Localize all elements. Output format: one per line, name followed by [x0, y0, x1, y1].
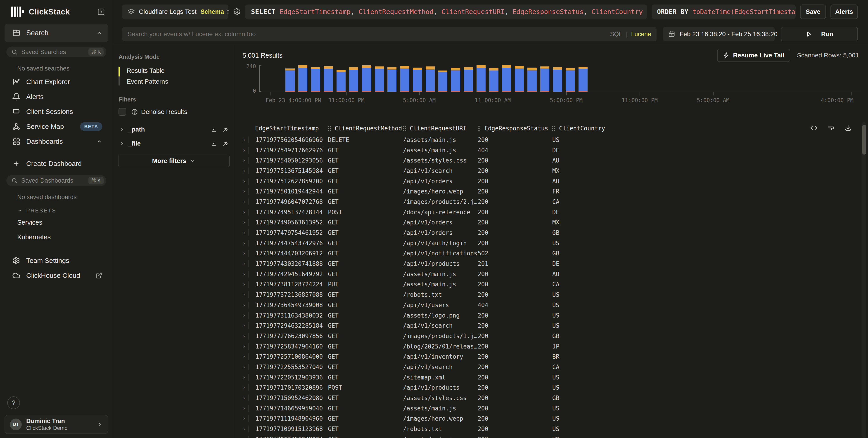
table-row[interactable]: ›1771977109915123968GET/robots.txt200US — [243, 424, 868, 434]
column-grip-icon[interactable] — [403, 126, 406, 131]
sidebar-item-clickhouse-cloud[interactable]: ClickHouse Cloud — [4, 269, 108, 282]
date-range-picker[interactable]: Feb 23 16:38:20 - Feb 25 16:38:20 — [663, 27, 775, 41]
sidebar-item-search[interactable]: Search — [4, 24, 108, 42]
sidebar-item-team-settings[interactable]: Team Settings — [4, 254, 108, 268]
table-row[interactable]: ›1771977479754461952GET/api/v1/orders200… — [243, 228, 868, 238]
table-row[interactable]: ›1771977429451649792GET/assets/main.js20… — [243, 269, 868, 279]
pin-icon[interactable] — [222, 126, 228, 133]
table-row[interactable]: ›1771977225553527040GET/api/v1/search200… — [243, 362, 868, 372]
sidebar-item-client-sessions[interactable]: Client Sessions — [4, 105, 108, 119]
more-filters-button[interactable]: More filters — [118, 155, 230, 167]
saved-dashboards-field[interactable] — [21, 177, 85, 184]
sidebar-item-chart-explorer[interactable]: Chart Explorer — [4, 75, 108, 89]
scrollbar-thumb[interactable] — [862, 125, 866, 155]
table-row[interactable]: ›1771977372136857088GET/robots.txt200US — [243, 290, 868, 300]
table-row[interactable]: ›1771977257100864000GET/api/v1/inventory… — [243, 351, 868, 362]
table-row[interactable]: ›1771977490563613952GET/api/v1/orders200… — [243, 217, 868, 228]
sidebar-collapse-icon[interactable] — [97, 8, 105, 15]
save-button[interactable]: Save — [800, 4, 826, 19]
column-header[interactable]: ClientRequestMethod — [328, 125, 403, 132]
pin-icon[interactable] — [222, 140, 228, 147]
sidebar-item-alerts[interactable]: Alerts — [4, 90, 108, 104]
table-row[interactable]: ›1771977562054696960DELETE/assets/main.j… — [243, 135, 868, 145]
table-row[interactable]: ›1771977111948904960GET/images/hero.webp… — [243, 413, 868, 424]
code-view-icon[interactable] — [810, 124, 817, 132]
cell-method: GET — [328, 260, 403, 267]
table-row[interactable]: ›1771977447543742976GET/api/v1/auth/logi… — [243, 238, 868, 248]
sidebar-item-service-map[interactable]: Service Map BETA — [4, 120, 108, 134]
table-row[interactable]: ›1771977146659959040GET/assets/main.js20… — [243, 403, 868, 413]
table-row[interactable]: ›1771977495137478144POST/docs/api-refere… — [243, 207, 868, 217]
column-grip-icon[interactable] — [552, 126, 555, 131]
histogram-bar — [579, 67, 588, 92]
table-row[interactable]: ›1771977540501293056GET/assets/styles.cs… — [243, 155, 868, 166]
table-row[interactable]: ›1771977220512903936GET/sitemap.xml200US — [243, 372, 868, 383]
table-row[interactable]: ›1771977170170320896POST/api/v1/products… — [243, 383, 868, 393]
table-row[interactable]: ›1771977513675145984GET/api/v1/search200… — [243, 166, 868, 176]
table-row[interactable]: ›1771977063496248064GET/assets/main.js20… — [243, 434, 868, 438]
presets-toggle[interactable]: PRESETS — [4, 203, 108, 215]
scrollbar-track[interactable] — [862, 122, 866, 438]
sql-mode-label[interactable]: SQL — [610, 31, 622, 38]
lucene-mode-label[interactable]: Lucene — [631, 31, 651, 38]
run-button[interactable]: Run — [781, 27, 858, 41]
table-row[interactable]: ›1771977294632285184GET/api/v1/search200… — [243, 321, 868, 331]
column-header[interactable]: ClientRequestURI — [403, 125, 478, 132]
table-row[interactable]: ›1771977501019442944GET/images/hero.webp… — [243, 186, 868, 197]
mode-event-patterns[interactable]: Event Patterns — [119, 76, 230, 87]
mode-results-table[interactable]: Results Table — [119, 65, 230, 76]
create-dashboard-button[interactable]: Create Dashboard — [4, 157, 108, 171]
beta-badge: BETA — [80, 122, 102, 131]
table-row[interactable]: ›1771977444703206912GET/api/v1/notificat… — [243, 248, 868, 259]
table-row[interactable]: ›1771977311634380032GET/assets/logo.png2… — [243, 310, 868, 321]
column-header[interactable]: EdgeResponseStatus — [478, 125, 552, 132]
table-row[interactable]: ›1771977549717662976GET/assets/main.js40… — [243, 145, 868, 156]
event-search-input[interactable]: SQL | Lucene — [122, 27, 656, 41]
column-grip-icon[interactable] — [328, 126, 331, 131]
cell-uri: /api/v1/products — [403, 384, 478, 391]
filter-field-file[interactable]: _file — [118, 136, 230, 150]
event-search-field[interactable] — [128, 31, 606, 38]
cell-method: GET — [328, 167, 403, 174]
table-row[interactable]: ›1771977430320741888GET/api/v1/products2… — [243, 259, 868, 269]
filter-field-path[interactable]: _path — [118, 123, 230, 136]
sidebar-item-dashboards[interactable]: Dashboards — [4, 134, 108, 148]
field-chart-icon[interactable] — [211, 140, 217, 147]
yellow-top-segment — [426, 66, 435, 69]
preset-item-kubernetes[interactable]: Kubernetes — [4, 230, 108, 244]
column-header[interactable]: EdgeStartTimestamp — [255, 125, 328, 132]
source-selector[interactable]: Cloudflare Logs Test Schema — [122, 4, 228, 19]
saved-searches-input[interactable]: ⌘ K — [6, 46, 106, 58]
column-grip-icon[interactable] — [478, 126, 480, 131]
field-chart-icon[interactable] — [211, 126, 217, 133]
user-menu[interactable]: DT Dominic Tran ClickStack Demo — [4, 415, 108, 434]
cell-uri: /assets/logo.png — [403, 312, 478, 319]
preset-item-services[interactable]: Services — [4, 215, 108, 230]
table-row[interactable]: ›1771977512627859200GET/api/v1/orders200… — [243, 176, 868, 187]
denoise-checkbox[interactable] — [119, 108, 126, 116]
schema-select[interactable]: Schema — [200, 8, 230, 15]
alerts-button[interactable]: Alerts — [831, 4, 858, 19]
saved-searches-field[interactable] — [21, 48, 85, 56]
sidebar: ClickStack Search ⌘ K No saved searches — [0, 0, 113, 438]
wrap-lines-icon[interactable] — [827, 124, 835, 132]
help-button[interactable]: ? — [7, 396, 20, 409]
table-row[interactable]: ›1771977276623097856GET/images/products/… — [243, 331, 868, 341]
select-clause-editor[interactable]: SELECTEdgeStartTimestamp, ClientRequestM… — [245, 4, 647, 19]
download-icon[interactable] — [844, 124, 852, 132]
yellow-top-segment — [413, 68, 422, 70]
table-row[interactable]: ›1771977381128724224PUT/assets/main.js20… — [243, 279, 868, 290]
table-row[interactable]: ›1771977150952462080GET/assets/styles.cs… — [243, 393, 868, 403]
table-row[interactable]: ›1771977258347964160GET/blog/2025/01/rel… — [243, 341, 868, 352]
orderby-clause-editor[interactable]: ORDER BY toDateTime(EdgeStartTimestamp / — [652, 4, 796, 19]
query-language-toggle[interactable]: SQL | Lucene — [610, 31, 651, 38]
resume-live-tail-button[interactable]: Resume Live Tail — [717, 49, 790, 62]
gear-icon — [12, 257, 21, 264]
source-settings-gear-icon[interactable] — [233, 8, 241, 15]
table-row[interactable]: ›1771977364549739008GET/api/v1/users404U… — [243, 300, 868, 310]
saved-dashboards-input[interactable]: ⌘ K — [6, 175, 106, 186]
yellow-top-segment — [285, 68, 294, 70]
table-row[interactable]: ›1771977496047072768GET/images/products/… — [243, 197, 868, 207]
denoise-results-toggle[interactable]: Denoise Results — [119, 108, 229, 116]
cell-status: 200 — [478, 426, 552, 432]
